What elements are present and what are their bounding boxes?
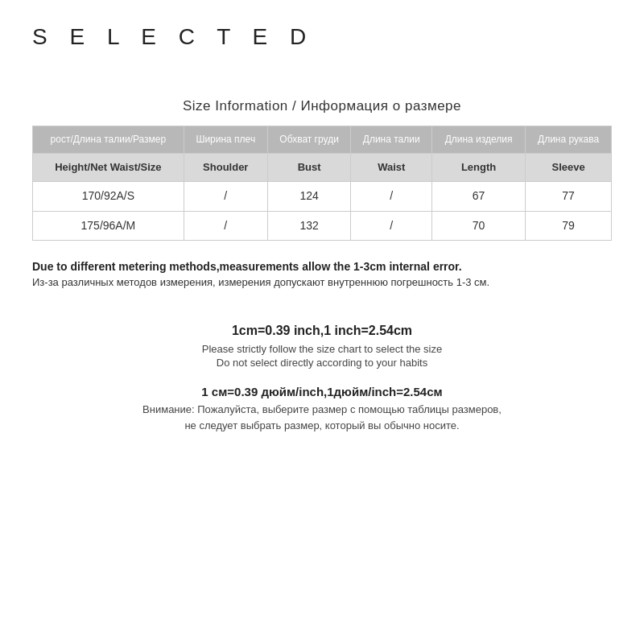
- col-header-cn-3: Длина талии: [351, 126, 432, 154]
- table-cell: /: [184, 181, 267, 211]
- instruction-line-ru: Внимание: Пожалуйста, выберите размер с …: [142, 402, 502, 433]
- table-cell: 79: [526, 211, 612, 241]
- col-header-cn-1: Ширина плеч: [184, 126, 267, 154]
- col-header-cn-5: Длина рукава: [526, 126, 612, 154]
- table-body: 170/92A/S/124/6777175/96A/M/132/7079: [33, 181, 612, 240]
- table-cell: 132: [267, 211, 351, 241]
- col-header-en-4: Length: [432, 153, 526, 181]
- table-cell: /: [351, 211, 432, 241]
- table-cell: 70: [432, 211, 526, 241]
- col-header-en-0: Height/Net Waist/Size: [33, 153, 184, 181]
- col-header-cn-0: рост/Длина талии/Размер: [33, 126, 184, 154]
- section-title: Size Information / Информация о размере: [183, 98, 461, 114]
- table-cell: 77: [526, 181, 612, 211]
- col-header-en-5: Sleeve: [526, 153, 612, 181]
- table-header-en: Height/Net Waist/Size Shoulder Bust Wais…: [33, 153, 612, 181]
- instruction-line-2: Do not select directly according to your…: [217, 357, 427, 369]
- table-cell: /: [184, 211, 267, 241]
- table-cell: 170/92A/S: [33, 181, 184, 211]
- col-header-en-1: Shoulder: [184, 153, 267, 181]
- table-cell: /: [351, 181, 432, 211]
- table-row: 175/96A/M/132/7079: [33, 211, 612, 241]
- table-row: 170/92A/S/124/6777: [33, 181, 612, 211]
- brand-logo: S E L E C T E D: [32, 24, 314, 50]
- table-cell: 124: [267, 181, 351, 211]
- instructions-block: 1cm=0.39 inch,1 inch=2.54cm Please stric…: [32, 324, 612, 433]
- conversion-title-ru: 1 см=0.39 дюйм/inch,1дюйм/inch=2.54см: [201, 385, 442, 398]
- conversion-title-en: 1cm=0.39 inch,1 inch=2.54cm: [232, 324, 412, 338]
- col-header-en-2: Bust: [267, 153, 351, 181]
- size-table: рост/Длина талии/Размер Ширина плеч Обхв…: [32, 126, 612, 241]
- warning-en: Due to different metering methods,measur…: [32, 260, 612, 273]
- col-header-cn-4: Длина изделия: [432, 126, 526, 154]
- instruction-line-1: Please strictly follow the size chart to…: [202, 343, 442, 355]
- table-cell: 175/96A/M: [33, 211, 184, 241]
- col-header-cn-2: Обхват груди: [267, 126, 351, 154]
- table-cell: 67: [432, 181, 526, 211]
- col-header-en-3: Waist: [351, 153, 432, 181]
- warning-ru: Из-за различных методов измерения, измер…: [32, 276, 612, 288]
- table-header-cn: рост/Длина талии/Размер Ширина плеч Обхв…: [33, 126, 612, 154]
